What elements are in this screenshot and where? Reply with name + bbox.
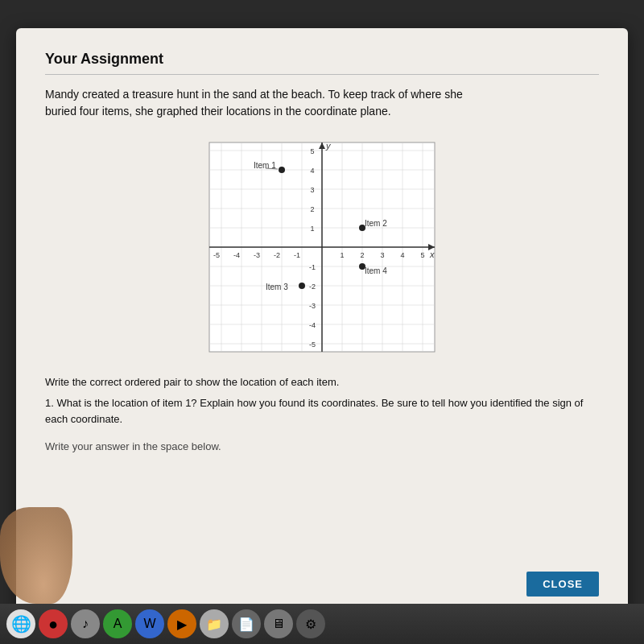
- taskbar-icon-2[interactable]: ●: [39, 609, 68, 638]
- main-screen: Your Assignment Mandy created a treasure…: [16, 28, 628, 616]
- instruction-text: Write the correct ordered pair to show t…: [45, 374, 599, 390]
- svg-text:-2: -2: [274, 251, 280, 259]
- svg-text:-1: -1: [309, 263, 316, 271]
- svg-text:4: 4: [400, 251, 404, 259]
- svg-text:-1: -1: [294, 251, 300, 259]
- coordinate-plane-wrapper: x y -5 -4 -3 -2 -1 1 2 3 4 5 5 4 3 2 1 -…: [201, 134, 443, 360]
- taskbar: 🌐 ● ♪ A W ▶ 📁 📄 🖥 ⚙: [0, 604, 644, 644]
- graph-container: x y -5 -4 -3 -2 -1 1 2 3 4 5 5 4 3 2 1 -…: [45, 134, 599, 360]
- svg-text:Item 3: Item 3: [266, 283, 288, 291]
- svg-point-49: [279, 167, 285, 173]
- coordinate-plane: x y -5 -4 -3 -2 -1 1 2 3 4 5 5 4 3 2 1 -…: [201, 134, 443, 360]
- svg-text:-2: -2: [309, 283, 316, 291]
- svg-text:3: 3: [380, 251, 384, 259]
- taskbar-icon-10[interactable]: ⚙: [296, 609, 325, 638]
- taskbar-icon-3[interactable]: ♪: [71, 609, 100, 638]
- taskbar-icon-7[interactable]: 📁: [200, 609, 229, 638]
- taskbar-icon-9[interactable]: 🖥: [264, 609, 293, 638]
- hand-overlay: [0, 507, 72, 604]
- close-button[interactable]: CLOSE: [526, 572, 599, 597]
- svg-text:Item 2: Item 2: [365, 219, 387, 228]
- taskbar-icon-6[interactable]: ▶: [167, 609, 196, 638]
- svg-text:Item 4: Item 4: [365, 266, 387, 275]
- svg-text:-4: -4: [309, 321, 316, 329]
- svg-text:-3: -3: [254, 251, 260, 259]
- svg-text:1: 1: [310, 225, 314, 233]
- svg-text:2: 2: [310, 205, 314, 213]
- taskbar-icon-4[interactable]: A: [103, 609, 132, 638]
- svg-text:3: 3: [310, 186, 314, 194]
- svg-text:4: 4: [310, 167, 314, 175]
- page-title: Your Assignment: [45, 51, 599, 75]
- svg-text:-4: -4: [233, 251, 240, 259]
- taskbar-icon-chrome[interactable]: 🌐: [6, 609, 35, 638]
- taskbar-icon-5[interactable]: W: [135, 609, 164, 638]
- svg-text:-3: -3: [309, 302, 316, 310]
- svg-point-54: [299, 283, 305, 289]
- description: Mandy created a treasure hunt in the san…: [45, 86, 599, 120]
- taskbar-icon-8[interactable]: 📄: [232, 609, 261, 638]
- svg-text:2: 2: [360, 251, 364, 259]
- svg-text:-5: -5: [309, 341, 316, 349]
- svg-text:-5: -5: [213, 251, 220, 259]
- svg-text:x: x: [429, 250, 435, 259]
- question-text: 1. What is the location of item 1? Expla…: [45, 395, 599, 427]
- answer-prompt: Write your answer in the space below.: [45, 440, 599, 452]
- svg-text:5: 5: [420, 251, 424, 259]
- svg-text:1: 1: [340, 251, 344, 259]
- svg-text:5: 5: [310, 147, 314, 155]
